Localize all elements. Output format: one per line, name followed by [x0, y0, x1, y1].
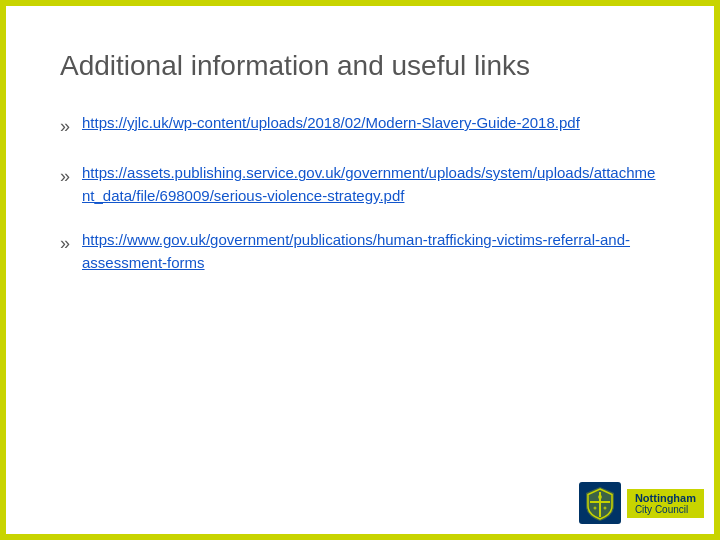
list-item: » https://assets.publishing.service.gov.… [60, 162, 660, 207]
logo-text-block: Nottingham City Council [627, 489, 704, 518]
logo-city-council: City Council [635, 504, 696, 515]
border-right [714, 0, 720, 540]
bullet-icon: » [60, 163, 70, 190]
border-left [0, 0, 6, 540]
link-2[interactable]: https://assets.publishing.service.gov.uk… [82, 162, 660, 207]
svg-point-4 [593, 507, 596, 510]
slide: Additional information and useful links … [0, 0, 720, 540]
border-bottom [0, 534, 720, 540]
link-1[interactable]: https://yjlc.uk/wp-content/uploads/2018/… [82, 112, 580, 135]
bullet-icon: » [60, 230, 70, 257]
link-3[interactable]: https://www.gov.uk/government/publicatio… [82, 229, 660, 274]
bullet-icon: » [60, 113, 70, 140]
border-top [0, 0, 720, 6]
list-item: » https://www.gov.uk/government/publicat… [60, 229, 660, 274]
logo-nottingham: Nottingham [635, 492, 696, 504]
logo-area: Nottingham City Council [579, 482, 704, 524]
svg-point-3 [598, 495, 602, 499]
page-title: Additional information and useful links [60, 50, 660, 82]
list-item: » https://yjlc.uk/wp-content/uploads/201… [60, 112, 660, 140]
links-list: » https://yjlc.uk/wp-content/uploads/201… [60, 112, 660, 274]
svg-point-5 [603, 507, 606, 510]
council-shield-icon [579, 482, 621, 524]
